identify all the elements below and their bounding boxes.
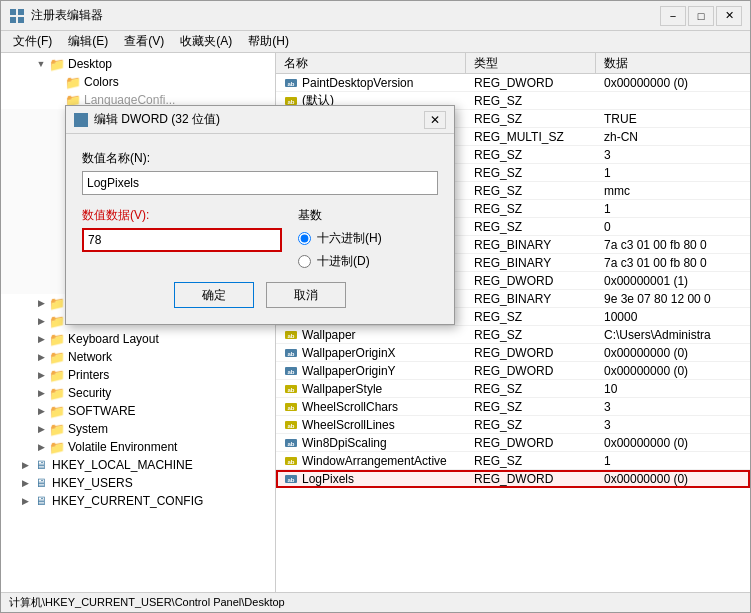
value-data: 9e 3e 07 80 12 00 0 xyxy=(596,292,750,306)
value-type: REG_SZ xyxy=(466,382,596,396)
dialog-cancel-button[interactable]: 取消 xyxy=(266,282,346,308)
tree-label-desktop: Desktop xyxy=(68,57,112,71)
dialog-radio-hex-input[interactable] xyxy=(298,232,311,245)
tree-item-hku[interactable]: ▶ 🖥 HKEY_USERS xyxy=(1,474,275,492)
table-row[interactable]: abWin8DpiScalingREG_DWORD0x00000000 (0) xyxy=(276,434,750,452)
value-type: REG_SZ xyxy=(466,400,596,414)
tree-item-system[interactable]: ▶ 📁 System xyxy=(1,420,275,438)
table-row[interactable]: abWallpaperREG_SZC:\Users\Administra xyxy=(276,326,750,344)
edit-dword-dialog[interactable]: 编辑 DWORD (32 位值) ✕ 数值名称(N): 数值数据(V): 基数 … xyxy=(65,105,455,325)
dialog-body: 数值名称(N): 数值数据(V): 基数 十六进制(H) xyxy=(66,134,454,324)
tree-expander-volatile-env[interactable]: ▶ xyxy=(33,439,49,455)
minimize-button[interactable]: − xyxy=(660,6,686,26)
table-row[interactable]: abWindowArrangementActiveREG_SZ1 xyxy=(276,452,750,470)
dialog-name-input[interactable] xyxy=(82,171,438,195)
dialog-close-button[interactable]: ✕ xyxy=(424,111,446,129)
tree-expander-system[interactable]: ▶ xyxy=(33,421,49,437)
value-type: REG_SZ xyxy=(466,328,596,342)
table-row[interactable]: abWallpaperOriginYREG_DWORD0x00000000 (0… xyxy=(276,362,750,380)
value-data: 7a c3 01 00 fb 80 0 xyxy=(596,238,750,252)
tree-item-security[interactable]: ▶ 📁 Security xyxy=(1,384,275,402)
value-data: 0x00000000 (0) xyxy=(596,436,750,450)
tree-expander-desktop[interactable]: ▼ xyxy=(33,56,49,72)
menu-favorites[interactable]: 收藏夹(A) xyxy=(172,31,240,52)
col-header-data[interactable]: 数据 xyxy=(596,53,750,73)
tree-expander-hklm[interactable]: ▶ xyxy=(17,457,33,473)
menu-edit[interactable]: 编辑(E) xyxy=(60,31,116,52)
tree-label-hku: HKEY_USERS xyxy=(52,476,133,490)
tree-item-volatile-env[interactable]: ▶ 📁 Volatile Environment xyxy=(1,438,275,456)
table-row[interactable]: abWheelScrollLinesREG_SZ3 xyxy=(276,416,750,434)
tree-item-keyboard-layout[interactable]: ▶ 📁 Keyboard Layout xyxy=(1,330,275,348)
folder-icon-desktop: 📁 xyxy=(49,57,65,71)
maximize-button[interactable]: □ xyxy=(688,6,714,26)
title-bar: 注册表编辑器 − □ ✕ xyxy=(1,1,750,31)
tree-expander-colors[interactable] xyxy=(49,74,65,90)
svg-text:ab: ab xyxy=(287,477,294,483)
svg-rect-1 xyxy=(18,9,24,15)
window-title: 注册表编辑器 xyxy=(31,7,660,24)
root-icon-hkcc: 🖥 xyxy=(33,494,49,508)
tree-item-colors[interactable]: 📁 Colors xyxy=(1,73,275,91)
tree-expander-hku[interactable]: ▶ xyxy=(17,475,33,491)
dialog-icon xyxy=(74,113,88,127)
col-header-name[interactable]: 名称 xyxy=(276,53,466,73)
tree-label-system: System xyxy=(68,422,108,436)
dialog-radio-dec-input[interactable] xyxy=(298,255,311,268)
tree-label-colors: Colors xyxy=(84,75,119,89)
table-row[interactable]: abPaintDesktopVersionREG_DWORD0x00000000… xyxy=(276,74,750,92)
tree-label-security: Security xyxy=(68,386,111,400)
value-type: REG_SZ xyxy=(466,454,596,468)
dialog-radio-hex[interactable]: 十六进制(H) xyxy=(298,230,438,247)
menu-view[interactable]: 查看(V) xyxy=(116,31,172,52)
menu-file[interactable]: 文件(F) xyxy=(5,31,60,52)
menu-help[interactable]: 帮助(H) xyxy=(240,31,297,52)
col-header-type[interactable]: 类型 xyxy=(466,53,596,73)
value-data: 0x00000000 (0) xyxy=(596,364,750,378)
tree-item-printers[interactable]: ▶ 📁 Printers xyxy=(1,366,275,384)
value-data: 3 xyxy=(596,148,750,162)
value-type: REG_DWORD xyxy=(466,76,596,90)
table-row[interactable]: abLogPixelsREG_DWORD0x00000000 (0) xyxy=(276,470,750,488)
svg-text:ab: ab xyxy=(287,369,294,375)
dialog-radio-hex-label: 十六进制(H) xyxy=(317,230,382,247)
value-type: REG_SZ xyxy=(466,220,596,234)
dialog-value-input[interactable] xyxy=(82,228,282,252)
tree-expander-langconfig[interactable] xyxy=(49,92,65,108)
close-button[interactable]: ✕ xyxy=(716,6,742,26)
tree-expander-eudc[interactable]: ▶ xyxy=(33,313,49,329)
dialog-radio-group: 十六进制(H) 十进制(D) xyxy=(298,230,438,270)
svg-text:ab: ab xyxy=(287,81,294,87)
value-data: 10000 xyxy=(596,310,750,324)
dialog-ok-button[interactable]: 确定 xyxy=(174,282,254,308)
dialog-buttons: 确定 取消 xyxy=(82,282,438,308)
value-name: WallpaperOriginY xyxy=(302,364,396,378)
tree-item-desktop[interactable]: ▼ 📁 Desktop xyxy=(1,55,275,73)
value-type: REG_SZ xyxy=(466,184,596,198)
tree-expander-software[interactable]: ▶ xyxy=(33,403,49,419)
tree-expander-hkcc[interactable]: ▶ xyxy=(17,493,33,509)
svg-rect-3 xyxy=(18,17,24,23)
folder-icon-security: 📁 xyxy=(49,386,65,400)
value-type: REG_SZ xyxy=(466,94,596,108)
tree-expander-environment[interactable]: ▶ xyxy=(33,295,49,311)
tree-item-hkcc[interactable]: ▶ 🖥 HKEY_CURRENT_CONFIG xyxy=(1,492,275,510)
table-row[interactable]: abWheelScrollCharsREG_SZ3 xyxy=(276,398,750,416)
tree-label-keyboard-layout: Keyboard Layout xyxy=(68,332,159,346)
tree-expander-keyboard-layout[interactable]: ▶ xyxy=(33,331,49,347)
dialog-radio-dec[interactable]: 十进制(D) xyxy=(298,253,438,270)
value-type: REG_BINARY xyxy=(466,238,596,252)
table-row[interactable]: abWallpaperOriginXREG_DWORD0x00000000 (0… xyxy=(276,344,750,362)
tree-label-hklm: HKEY_LOCAL_MACHINE xyxy=(52,458,193,472)
tree-item-hklm[interactable]: ▶ 🖥 HKEY_LOCAL_MACHINE xyxy=(1,456,275,474)
value-name: Wallpaper xyxy=(302,328,356,342)
value-data: 0x00000000 (0) xyxy=(596,472,750,486)
tree-expander-printers[interactable]: ▶ xyxy=(33,367,49,383)
svg-text:ab: ab xyxy=(287,99,294,105)
dialog-title-bar: 编辑 DWORD (32 位值) ✕ xyxy=(66,106,454,134)
tree-item-network[interactable]: ▶ 📁 Network xyxy=(1,348,275,366)
tree-expander-network[interactable]: ▶ xyxy=(33,349,49,365)
tree-item-software[interactable]: ▶ 📁 SOFTWARE xyxy=(1,402,275,420)
tree-expander-security[interactable]: ▶ xyxy=(33,385,49,401)
table-row[interactable]: abWallpaperStyleREG_SZ10 xyxy=(276,380,750,398)
